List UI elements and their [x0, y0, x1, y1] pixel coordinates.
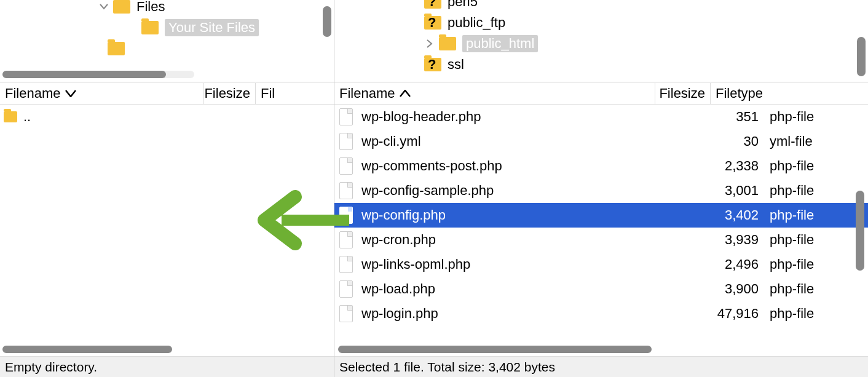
file-icon: [339, 133, 353, 150]
tree-item-label: Files: [136, 0, 165, 15]
file-row[interactable]: wp-load.php3,900php-file: [334, 277, 868, 301]
tree-item[interactable]: Your Site Files: [0, 17, 334, 38]
sort-descending-icon: [65, 90, 76, 97]
column-header-filename[interactable]: Filename: [0, 83, 204, 104]
scrollbar-horizontal-thumb[interactable]: [338, 346, 652, 353]
column-label: Fil: [261, 85, 275, 101]
tree-item-label: ssl: [448, 57, 464, 73]
spacer: [93, 43, 104, 54]
scrollbar-horizontal-thumb[interactable]: [2, 71, 166, 78]
file-icon: [339, 305, 353, 322]
folder-icon: [4, 111, 17, 122]
remote-file-list-header: Filename Filesize Filetype: [334, 82, 868, 105]
local-file-list[interactable]: ..: [0, 105, 334, 343]
file-size: 2,338: [709, 158, 765, 174]
tree-item-label: Your Site Files: [165, 19, 259, 36]
folder-icon: [141, 21, 159, 34]
file-type: php-file: [765, 306, 827, 322]
file-icon: [339, 157, 353, 175]
file-name: wp-config.php: [361, 207, 709, 223]
column-label: Filename: [339, 85, 395, 101]
tree-item[interactable]: public_ftp: [334, 12, 868, 33]
tree-item[interactable]: perl5: [334, 0, 868, 12]
file-type: php-file: [765, 281, 827, 297]
folder-icon: [108, 42, 125, 55]
column-header-filename[interactable]: Filename: [334, 83, 655, 104]
file-name: wp-blog-header.php: [361, 109, 709, 125]
local-status-bar: Empty directory.: [0, 356, 334, 377]
file-size: 30: [709, 133, 765, 149]
folder-unknown-icon: [424, 16, 441, 30]
file-type: php-file: [765, 183, 827, 199]
folder-icon: [113, 0, 130, 14]
scrollbar-vertical-thumb[interactable]: [856, 191, 864, 271]
file-icon: [339, 182, 353, 199]
column-header-filesize[interactable]: Filesize: [655, 83, 711, 104]
scrollbar-horizontal-track[interactable]: [2, 71, 194, 78]
file-row[interactable]: wp-links-opml.php2,496php-file: [334, 252, 868, 277]
tree-item[interactable]: public_html: [334, 33, 868, 54]
column-label: Filesize: [204, 85, 250, 101]
file-name: wp-cron.php: [361, 232, 709, 248]
file-type: php-file: [765, 207, 827, 223]
file-icon: [339, 231, 353, 248]
scrollbar-vertical-thumb[interactable]: [857, 37, 866, 76]
file-size: 3,001: [709, 183, 765, 199]
sort-ascending-icon: [400, 90, 411, 97]
file-size: 3,939: [709, 232, 765, 248]
file-size: 2,496: [709, 256, 765, 272]
column-header-filesize[interactable]: Filesize: [204, 83, 256, 104]
scrollbar-horizontal-thumb[interactable]: [2, 346, 172, 353]
folder-unknown-icon: [424, 58, 441, 71]
file-size: 351: [709, 109, 765, 125]
tree-item-label: perl5: [448, 0, 478, 10]
file-size: 47,916: [709, 306, 765, 322]
tree-item[interactable]: [0, 38, 334, 59]
file-name: wp-config-sample.php: [361, 183, 709, 199]
column-label: Filename: [5, 85, 60, 101]
file-row[interactable]: wp-config.php3,402php-file: [334, 203, 868, 228]
status-text: Selected 1 file. Total size: 3,402 bytes: [339, 360, 555, 375]
tree-item-label: public_html: [462, 35, 538, 52]
tree-item-label: public_ftp: [448, 15, 505, 31]
file-name: wp-cli.yml: [361, 133, 709, 149]
file-type: yml-file: [765, 133, 827, 149]
status-text: Empty directory.: [5, 360, 97, 375]
chevron-right-icon[interactable]: [424, 38, 435, 49]
file-type: php-file: [765, 232, 827, 248]
file-name: ..: [23, 109, 226, 125]
file-icon: [339, 280, 353, 298]
spacer: [409, 17, 420, 28]
file-size: 3,900: [709, 281, 765, 297]
file-name: wp-links-opml.php: [361, 256, 709, 272]
file-name: wp-load.php: [361, 281, 709, 297]
file-row[interactable]: wp-blog-header.php351php-file: [334, 105, 868, 129]
file-name: wp-comments-post.php: [361, 158, 709, 174]
column-label: Filetype: [716, 85, 763, 101]
file-row[interactable]: wp-login.php47,916php-file: [334, 301, 868, 326]
spacer: [409, 59, 420, 70]
remote-status-bar: Selected 1 file. Total size: 3,402 bytes: [334, 356, 868, 377]
spacer: [409, 0, 420, 7]
column-header-filetype[interactable]: Filetype: [711, 83, 778, 104]
chevron-down-icon[interactable]: [98, 1, 109, 12]
scrollbar-vertical-thumb[interactable]: [323, 6, 331, 37]
file-icon: [339, 207, 353, 224]
file-row[interactable]: wp-cli.yml30yml-file: [334, 129, 868, 154]
file-row[interactable]: ..: [0, 105, 334, 129]
folder-icon: [439, 37, 456, 50]
file-icon: [339, 256, 353, 273]
local-tree[interactable]: FilesYour Site Files: [0, 0, 334, 82]
file-row[interactable]: wp-comments-post.php2,338php-file: [334, 154, 868, 178]
tree-item[interactable]: ssl: [334, 54, 868, 75]
file-row[interactable]: wp-config-sample.php3,001php-file: [334, 178, 868, 203]
file-name: wp-login.php: [361, 306, 709, 322]
file-row[interactable]: wp-cron.php3,939php-file: [334, 228, 868, 252]
column-header-filetype[interactable]: Fil: [256, 83, 334, 104]
spacer: [127, 22, 138, 33]
tree-item[interactable]: Files: [0, 0, 334, 17]
file-size: 3,402: [709, 207, 765, 223]
remote-file-list[interactable]: wp-blog-header.php351php-filewp-cli.yml3…: [334, 105, 868, 343]
file-icon: [339, 108, 353, 125]
remote-tree[interactable]: perl5public_ftppublic_htmlssl: [334, 0, 868, 82]
